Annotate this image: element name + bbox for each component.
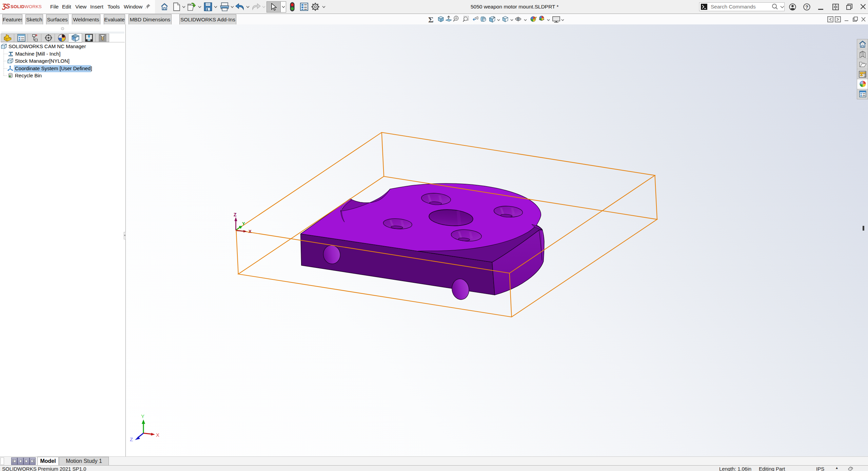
svg-text:Stock Manager[NYLON]: Stock Manager[NYLON]	[15, 58, 70, 64]
svg-text:X: X	[156, 432, 159, 438]
svg-text:Coordinate System [User Define: Coordinate System [User Defined]	[15, 65, 92, 71]
svg-text:SOLIDWORKS: SOLIDWORKS	[11, 4, 42, 9]
svg-text:Z: Z	[234, 212, 237, 217]
svg-text:?: ?	[805, 4, 808, 10]
svg-text:Recycle Bin: Recycle Bin	[15, 73, 42, 78]
svg-text:SOLIDWORKS CAM NC Manager: SOLIDWORKS CAM NC Manager	[8, 43, 86, 49]
svg-text:Y: Y	[242, 221, 245, 226]
svg-text:ƷS: ƷS	[2, 2, 10, 10]
svg-text:X: X	[249, 229, 252, 234]
svg-text:Σ: Σ	[428, 16, 434, 24]
svg-text:Y: Y	[141, 413, 144, 419]
svg-text:Z: Z	[130, 436, 133, 442]
svg-text:Machine [Mill - Inch]: Machine [Mill - Inch]	[15, 51, 60, 57]
